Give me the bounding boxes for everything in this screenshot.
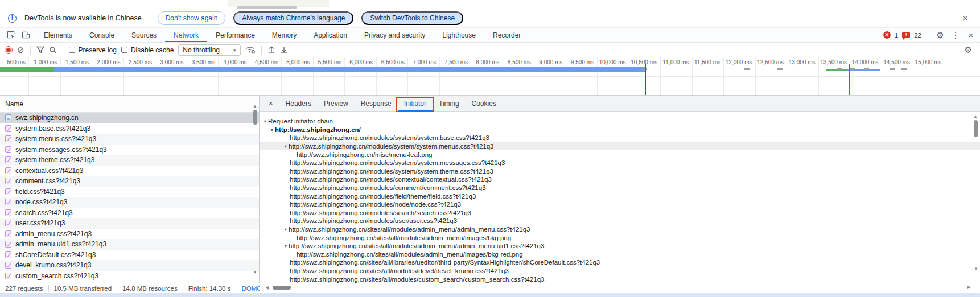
checkbox-box[interactable]: [69, 47, 75, 53]
initiator-url-row[interactable]: http://swz.shipingzhong.cn/modules/syste…: [260, 134, 980, 142]
initiator-url-row[interactable]: http://swz.shipingzhong.cn/modules/syste…: [260, 159, 980, 167]
initiator-chain-header[interactable]: ▾Request initiator chain: [260, 117, 980, 126]
scrollbar-thumb[interactable]: [253, 110, 257, 125]
initiator-url-row[interactable]: http://swz.shipingzhong.cn/misc/menu-lea…: [260, 150, 980, 159]
initiator-url: http://swz.shipingzhong.cn/sites/all/mod…: [289, 226, 530, 233]
import-har-icon[interactable]: [267, 46, 275, 54]
page-scrollbar-thumb[interactable]: [237, 6, 297, 9]
close-details-icon[interactable]: ×: [262, 99, 279, 108]
tab-application[interactable]: Application: [305, 28, 356, 42]
request-row[interactable]: admin_menu.css?t421q3: [0, 229, 259, 240]
scroll-down-icon[interactable]: ▼: [252, 270, 258, 275]
close-devtools-icon[interactable]: ×: [965, 30, 977, 40]
initiator-url-row[interactable]: http://swz.shipingzhong.cn/modules/syste…: [260, 167, 980, 176]
tab-privacy-and-security[interactable]: Privacy and security: [356, 28, 434, 42]
detail-tab-cookies[interactable]: Cookies: [466, 96, 503, 111]
request-row[interactable]: field.css?t421q3: [0, 187, 259, 197]
request-row[interactable]: contextual.css?t421q3: [0, 166, 259, 176]
tab-sources[interactable]: Sources: [123, 28, 165, 42]
network-conditions-icon[interactable]: [245, 46, 256, 54]
preserve-log-checkbox[interactable]: Preserve log: [69, 46, 117, 54]
initiator-url-row[interactable]: http://swz.shipingzhong.cn/sites/all/lib…: [260, 258, 980, 267]
detail-tab-initiator[interactable]: Initiator: [398, 96, 433, 111]
details-scrollbar[interactable]: ▲: [972, 114, 979, 138]
match-language-button[interactable]: Always match Chrome's language: [233, 11, 353, 25]
initiator-url-row[interactable]: http://swz.shipingzhong.cn/modules/user/…: [260, 217, 980, 225]
scrollbar-thumb[interactable]: [273, 286, 291, 290]
request-row[interactable]: system.menus.css?t421q3: [0, 134, 259, 145]
request-name: shCoreDefault.css?t421q3: [15, 251, 96, 259]
settings-gear-icon[interactable]: ⚙: [934, 30, 946, 40]
scroll-down-icon[interactable]: ▼: [973, 266, 979, 271]
tab-memory[interactable]: Memory: [263, 28, 305, 42]
tree-expand-icon[interactable]: ▾: [269, 127, 275, 133]
dont-show-again-button[interactable]: Don't show again: [158, 11, 226, 25]
initiator-url-row[interactable]: http://swz.shipingzhong.cn/modules/field…: [260, 192, 980, 200]
request-row[interactable]: system.messages.css?t421q3: [0, 145, 259, 155]
scroll-up-icon[interactable]: ▲: [252, 104, 258, 109]
request-row[interactable]: comment.css?t421q3: [0, 176, 259, 187]
scroll-up-icon[interactable]: ▲: [972, 114, 979, 119]
name-column-header[interactable]: Name: [0, 96, 259, 113]
initiator-url-row[interactable]: ▾http://swz.shipingzhong.cn/sites/all/mo…: [260, 242, 980, 250]
export-har-icon[interactable]: [280, 46, 288, 54]
request-row[interactable]: swz.shipingzhong.cn: [0, 113, 259, 123]
banner-close-icon[interactable]: ×: [961, 14, 970, 23]
search-icon[interactable]: [49, 46, 57, 54]
detail-tab-response[interactable]: Response: [355, 96, 398, 111]
request-row[interactable]: system.theme.css?t421q3: [0, 155, 259, 166]
scroll-right-icon[interactable]: ▶: [967, 284, 971, 290]
tab-performance[interactable]: Performance: [207, 28, 263, 42]
network-overview[interactable]: 500 ms1,000 ms1,500 ms2,000 ms2,500 ms3,…: [0, 57, 980, 96]
tab-elements[interactable]: Elements: [35, 28, 81, 42]
tree-expand-icon[interactable]: ▾: [283, 226, 289, 232]
request-row[interactable]: user.css?t421q3: [0, 218, 259, 229]
scrollbar-thumb[interactable]: [974, 120, 978, 137]
checkbox-box[interactable]: [121, 47, 127, 53]
inspect-element-icon[interactable]: [5, 30, 17, 41]
initiator-url-row[interactable]: http://swz.shipingzhong.cn/modules/conte…: [260, 175, 980, 184]
request-row[interactable]: node.css?t421q3: [0, 197, 259, 208]
initiator-url-row[interactable]: http://swz.shipingzhong.cn/modules/node/…: [260, 200, 980, 209]
issues-icon[interactable]: !: [902, 32, 910, 38]
detail-tab-preview[interactable]: Preview: [318, 96, 355, 111]
tree-expand-icon[interactable]: ▾: [283, 143, 289, 149]
tree-expand-icon[interactable]: ▾: [262, 118, 268, 124]
network-settings-gear-icon[interactable]: ⚙: [965, 46, 972, 55]
request-row[interactable]: shCoreDefault.css?t421q3: [0, 250, 259, 261]
initiator-url-row[interactable]: http://swz.shipingzhong.cn/sites/all/mod…: [260, 267, 980, 275]
initiator-url-row[interactable]: http://swz.shipingzhong.cn/sites/all/mod…: [260, 250, 980, 259]
detail-tab-headers[interactable]: Headers: [279, 96, 318, 111]
request-row[interactable]: search.css?t421q3: [0, 208, 259, 218]
request-row[interactable]: admin_menu.uid1.css?t421q3: [0, 239, 259, 250]
initiator-url-row[interactable]: http://swz.shipingzhong.cn/sites/all/mod…: [260, 275, 980, 283]
initiator-url-row[interactable]: http://swz.shipingzhong.cn/modules/comme…: [260, 184, 980, 192]
tab-lighthouse[interactable]: Lighthouse: [434, 28, 484, 42]
details-horizontal-scrollbar[interactable]: ◀: [263, 284, 970, 291]
more-options-icon[interactable]: ⋮: [950, 30, 961, 40]
tree-expand-icon[interactable]: ▾: [283, 243, 289, 249]
clear-network-log-icon[interactable]: ⊘: [17, 46, 24, 55]
tab-recorder[interactable]: Recorder: [484, 28, 529, 42]
tab-console[interactable]: Console: [81, 28, 123, 42]
tab-network[interactable]: Network: [165, 28, 207, 42]
scroll-left-icon[interactable]: ◀: [263, 285, 270, 290]
initiator-url-row[interactable]: ▾http://swz.shipingzhong.cn/modules/syst…: [260, 142, 980, 151]
filter-icon[interactable]: [36, 46, 44, 53]
error-badge-icon[interactable]: ✕: [883, 31, 891, 39]
disable-cache-checkbox[interactable]: Disable cache: [121, 46, 174, 54]
initiator-url-row[interactable]: ▾http://swz.shipingzhong.cn/: [260, 126, 980, 134]
requests-scrollbar[interactable]: ▲: [252, 104, 258, 126]
detail-tab-timing[interactable]: Timing: [433, 96, 466, 111]
initiator-url-row[interactable]: http://swz.shipingzhong.cn/modules/searc…: [260, 209, 980, 217]
throttling-select[interactable]: No throttling ▾: [178, 44, 240, 56]
initiator-url: http://swz.shipingzhong.cn/sites/all/mod…: [289, 242, 544, 249]
request-row[interactable]: devel_krumo.css?t421q3: [0, 260, 259, 271]
record-network-log-button[interactable]: [5, 46, 13, 54]
initiator-url-row[interactable]: http://swz.shipingzhong.cn/sites/all/mod…: [260, 233, 980, 242]
switch-devtools-button[interactable]: Switch DevTools to Chinese: [361, 11, 463, 25]
device-toolbar-icon[interactable]: [19, 30, 32, 41]
request-row[interactable]: custom_search.css?t421q3: [0, 271, 259, 282]
request-row[interactable]: system.base.css?t421q3: [0, 123, 259, 134]
initiator-url-row[interactable]: ▾http://swz.shipingzhong.cn/sites/all/mo…: [260, 225, 980, 234]
